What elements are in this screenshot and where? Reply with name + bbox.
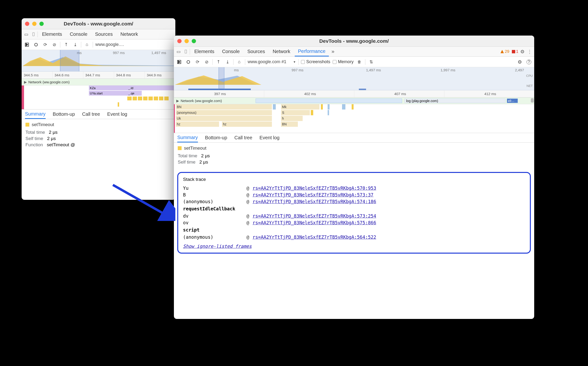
subtab-calltree[interactable]: Call tree <box>234 133 252 142</box>
flame-cell[interactable]: hz <box>176 122 219 127</box>
traffic-lights[interactable] <box>177 39 196 43</box>
tab-elements[interactable]: Elements <box>39 29 65 39</box>
flame-cell[interactable] <box>133 97 137 100</box>
tab-sources[interactable]: Sources <box>244 46 268 56</box>
download-icon[interactable] <box>72 41 78 48</box>
more-tabs-icon[interactable] <box>330 48 336 55</box>
subtab-bottomup[interactable]: Bottom-up <box>205 133 227 142</box>
home-icon[interactable] <box>236 59 243 65</box>
flame-cell[interactable] <box>164 97 169 100</box>
tab-elements[interactable]: Elements <box>191 46 218 56</box>
subtab-eventlog[interactable]: Event log <box>107 109 127 119</box>
flame-cell[interactable]: Mk <box>281 104 320 109</box>
overview-viewport[interactable] <box>219 67 224 90</box>
reload-icon[interactable] <box>42 41 48 48</box>
tab-network[interactable]: Network <box>269 46 294 56</box>
shortcuts-icon[interactable] <box>368 59 374 65</box>
tab-performance[interactable]: Performance <box>295 46 329 56</box>
network-track[interactable]: ▶ Network (ww.google.com) log (play.goog… <box>174 98 534 104</box>
recording-select[interactable]: www.google.com #1 <box>248 59 286 64</box>
minimize-icon[interactable] <box>32 22 37 26</box>
download-icon[interactable] <box>224 59 231 65</box>
tab-sources[interactable]: Sources <box>92 29 116 39</box>
subtab-summary[interactable]: Summary <box>177 133 198 142</box>
overview-chart[interactable]: ms 997 ms 1,497 ms 1,997 ms 2,497 CPU NE… <box>174 67 534 90</box>
record-url[interactable]: www.google.… <box>95 42 124 47</box>
network-request[interactable]: a9… <box>507 99 518 103</box>
flame-cell[interactable]: (anonymous) <box>176 110 272 115</box>
reload-icon[interactable] <box>194 59 201 65</box>
zoom-icon[interactable] <box>39 22 44 26</box>
trash-icon[interactable] <box>356 59 363 65</box>
frame-link[interactable]: rs=AA2YrTtTjPD_83NeleSxfEZ7rTB5vRKbgA:57… <box>252 213 376 219</box>
flame-chart[interactable]: KZa _.ld UYa.start _.qe <box>22 85 175 109</box>
flame-cell[interactable]: hz <box>222 122 272 127</box>
network-request[interactable]: log (play.google.com) <box>405 99 505 103</box>
network-request[interactable] <box>256 99 402 103</box>
dock-icon[interactable] <box>23 31 29 38</box>
dock-icon[interactable] <box>175 48 182 55</box>
network-track[interactable]: ▶ Network (ww.google.com) <box>22 79 175 85</box>
flame-cell[interactable] <box>342 104 345 109</box>
flame-cell[interactable] <box>159 97 163 100</box>
subtab-eventlog[interactable]: Event log <box>260 133 279 142</box>
show-ignore-listed-link[interactable]: Show ignore-listed frames <box>183 244 252 249</box>
zoom-icon[interactable] <box>192 39 196 43</box>
flame-cell[interactable]: KZa <box>89 85 127 90</box>
subtab-bottomup[interactable]: Bottom-up <box>53 109 75 119</box>
flame-cell[interactable] <box>154 97 158 100</box>
flame-cell[interactable] <box>148 97 153 100</box>
help-icon[interactable] <box>526 59 532 65</box>
play-icon[interactable] <box>176 59 183 65</box>
flame-chart[interactable]: BN Mk (anonymous) S Uk h hz hz BN <box>174 104 534 133</box>
errors-badge[interactable]: 1 <box>512 49 518 54</box>
device-icon[interactable] <box>183 48 189 55</box>
frame-link[interactable]: rs=AA2YrTtTjPD_83NeleSxfEZ7rTB5vRKbgA:57… <box>252 220 376 225</box>
flame-cell[interactable]: _.qe <box>127 91 142 96</box>
clear-icon[interactable] <box>51 41 58 48</box>
device-icon[interactable] <box>30 31 37 38</box>
titlebar[interactable]: DevTools - www.google.com/ <box>174 36 534 46</box>
flame-cell[interactable] <box>311 110 313 115</box>
flame-cell[interactable] <box>321 104 323 109</box>
time-ruler[interactable]: 397 ms 402 ms 407 ms 412 ms <box>174 90 534 98</box>
chevron-down-icon[interactable]: ▼ <box>293 60 296 64</box>
frame-link[interactable]: rs=AA2YrTtTjPD_83NeleSxfEZ7rTB5vRKbgA:56… <box>252 234 376 240</box>
flame-cell[interactable] <box>138 97 142 100</box>
close-icon[interactable] <box>25 22 29 26</box>
flame-cell[interactable] <box>352 104 354 109</box>
close-icon[interactable] <box>177 39 182 43</box>
frame-link[interactable]: rs=AA2YrTtTjPD_83NeleSxfEZ7rTB5vRKbgA:57… <box>252 199 376 204</box>
issue-badges[interactable]: 29 1 <box>501 49 518 54</box>
flame-cell[interactable]: UYa.start <box>89 91 127 96</box>
minimize-icon[interactable] <box>184 39 189 43</box>
upload-icon[interactable] <box>215 59 222 65</box>
play-icon[interactable] <box>23 41 30 48</box>
flame-cell[interactable] <box>127 97 132 100</box>
flame-cell[interactable]: BN <box>176 104 272 109</box>
frame-link[interactable]: rs=AA2YrTtTjPD_83NeleSxfEZ7rTB5vRKbgA:57… <box>252 185 376 191</box>
flame-cell[interactable]: BN <box>281 122 298 127</box>
subtab-calltree[interactable]: Call tree <box>82 109 100 119</box>
tab-console[interactable]: Console <box>219 46 243 56</box>
overview-chart[interactable]: ms 997 ms 1,497 ms <box>22 50 175 72</box>
tab-network[interactable]: Network <box>117 29 141 39</box>
flame-cell[interactable] <box>143 97 147 100</box>
more-icon[interactable] <box>527 48 533 55</box>
flame-cell[interactable]: h <box>281 116 303 121</box>
memory-checkbox[interactable]: Memory <box>333 59 354 64</box>
gear-icon[interactable] <box>519 48 526 55</box>
tab-console[interactable]: Console <box>66 29 91 39</box>
clear-icon[interactable] <box>203 59 210 65</box>
screenshots-checkbox[interactable]: Screenshots <box>301 59 330 64</box>
chevron-right-icon[interactable]: ▶ <box>24 80 27 84</box>
upload-icon[interactable] <box>63 41 69 48</box>
scrollbar-thumb[interactable] <box>531 98 534 103</box>
chevron-right-icon[interactable]: ▶ <box>176 99 179 103</box>
flame-cell[interactable]: S <box>281 110 310 115</box>
flame-cell[interactable]: _.ld <box>127 85 175 90</box>
home-icon[interactable] <box>84 41 90 48</box>
record-icon[interactable] <box>33 41 39 48</box>
titlebar[interactable]: DevTools - www.google.com/ <box>22 18 175 29</box>
flame-cell[interactable] <box>118 102 119 107</box>
